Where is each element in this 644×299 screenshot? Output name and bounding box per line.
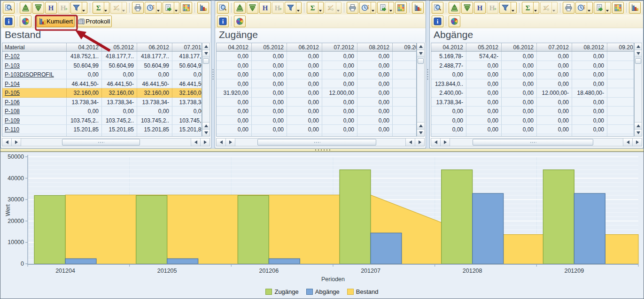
cell[interactable]: 0,00 <box>537 79 572 88</box>
column-header[interactable]: 06.2012 <box>287 43 322 51</box>
cell[interactable]: 103.745,2.. <box>137 116 172 125</box>
cell[interactable]: 0,00 <box>357 125 393 134</box>
cell[interactable]: 0,00 <box>67 107 102 115</box>
cell[interactable]: 0,00 <box>217 52 252 61</box>
cell[interactable]: 0,00 <box>537 52 572 61</box>
layout-button[interactable] <box>612 2 624 14</box>
cell[interactable]: 50.604,99 <box>137 61 172 70</box>
vertical-scroll-track[interactable] <box>635 65 642 122</box>
cell[interactable]: 0,00 <box>287 98 322 107</box>
cell[interactable]: 418.177,7.. <box>137 52 172 61</box>
vertical-scrollbar[interactable] <box>417 43 425 137</box>
scroll-down-button[interactable] <box>417 50 424 57</box>
sum-dropdown-arrow-icon[interactable] <box>318 2 322 13</box>
views-button[interactable] <box>145 2 162 14</box>
cell[interactable]: 50.604,99 <box>172 61 202 70</box>
cell[interactable] <box>607 116 634 125</box>
cell[interactable]: 50.604,99 <box>67 61 102 70</box>
cell[interactable]: 0,00 <box>102 107 137 115</box>
details-button[interactable] <box>217 2 229 14</box>
sort-ascending-button[interactable] <box>20 2 31 14</box>
views-dropdown-arrow-icon[interactable] <box>156 2 160 13</box>
cell[interactable]: 46.441,50 <box>172 79 202 88</box>
find-button[interactable]: H <box>474 2 486 14</box>
sort-descending-button[interactable] <box>461 2 473 14</box>
scroll-left-button[interactable] <box>2 138 12 146</box>
sort-descending-button[interactable] <box>247 2 258 14</box>
material-link[interactable]: P-108 <box>2 107 67 115</box>
cell[interactable]: 0,00 <box>502 88 537 97</box>
cell[interactable] <box>393 125 416 134</box>
cell[interactable]: 0,00 <box>322 107 357 115</box>
find-next-button[interactable]: H <box>58 2 70 14</box>
cell[interactable]: 0,00 <box>466 125 502 134</box>
filter-button[interactable] <box>499 2 517 14</box>
sort-ascending-button[interactable] <box>449 2 460 14</box>
cell[interactable]: 0,00 <box>572 125 607 134</box>
cell[interactable]: 0,00 <box>322 98 357 107</box>
export-button[interactable] <box>163 2 179 14</box>
cell[interactable]: 0,00 <box>466 107 502 115</box>
cell[interactable]: 0,00 <box>357 79 393 88</box>
graph-button[interactable] <box>629 2 641 14</box>
layout-button[interactable] <box>395 2 407 14</box>
cell[interactable]: 15.201,85 <box>137 125 172 134</box>
cell[interactable] <box>607 134 634 137</box>
graph-button[interactable] <box>197 2 209 14</box>
column-header[interactable]: 09.2012 <box>607 43 634 51</box>
cell[interactable]: 0,00 <box>217 125 252 134</box>
material-link[interactable]: P-102 <box>2 52 67 61</box>
cell[interactable]: 0,00 <box>537 107 572 115</box>
cell[interactable]: 0,00 <box>357 134 393 137</box>
cell[interactable]: 418.177,7.. <box>102 52 137 61</box>
cell[interactable]: 0,00 <box>466 61 502 70</box>
cell[interactable]: 46.441,50- <box>102 79 137 88</box>
filter-button[interactable] <box>285 2 302 14</box>
cell[interactable]: 0,00 <box>322 125 357 134</box>
subtotal-dropdown-arrow-icon[interactable] <box>551 2 556 13</box>
vertical-scroll-thumb[interactable] <box>418 58 424 64</box>
cell[interactable]: 0,00 <box>252 125 287 134</box>
cell[interactable]: 50.604,99 <box>102 61 137 70</box>
scroll-left-button[interactable] <box>405 138 415 146</box>
subtotal-button[interactable]: Σ <box>110 2 127 14</box>
cell[interactable]: 12.000,00- <box>537 88 572 97</box>
cell[interactable]: 15.201,85 <box>102 125 137 134</box>
cell[interactable] <box>607 98 634 107</box>
cell[interactable]: 0,00 <box>502 98 537 107</box>
layout-button[interactable] <box>180 2 192 14</box>
cell[interactable]: 0,00 <box>572 134 607 137</box>
cell[interactable]: 31.920,00 <box>217 88 252 97</box>
cell[interactable]: 0,00 <box>287 70 322 79</box>
cell[interactable]: 0,00 <box>217 98 252 107</box>
cell[interactable]: 0,00 <box>102 70 137 79</box>
column-header[interactable]: Material <box>2 43 67 51</box>
cell[interactable]: 103.745,2.. <box>102 116 137 125</box>
cell[interactable]: 0,00 <box>137 107 172 115</box>
horizontal-splitter[interactable] <box>0 148 644 152</box>
column-header[interactable]: 06.2012 <box>137 43 172 51</box>
cell[interactable] <box>393 52 416 61</box>
cell[interactable]: 0,00 <box>137 134 172 137</box>
scroll-up-button[interactable] <box>202 43 209 50</box>
cell[interactable] <box>607 79 634 88</box>
horizontal-scrollbar[interactable] <box>216 138 425 146</box>
cell[interactable]: 13.738,34 <box>172 98 202 107</box>
cell[interactable]: 103.745,2.. <box>67 116 102 125</box>
column-header[interactable]: 04.2012 <box>217 43 252 51</box>
cell[interactable] <box>607 70 634 79</box>
cell[interactable]: 0,00 <box>502 125 537 134</box>
scroll-right-button[interactable] <box>12 138 21 146</box>
cell[interactable]: 0,00 <box>287 52 322 61</box>
cell[interactable]: 0,00 <box>502 70 537 79</box>
color-wheel-button[interactable] <box>449 15 460 27</box>
cell[interactable]: 0,00 <box>172 70 202 79</box>
column-header[interactable]: 06.2012 <box>502 43 537 51</box>
cell[interactable]: 0,00 <box>431 116 466 125</box>
horizontal-scroll-track[interactable] <box>235 138 405 146</box>
cell[interactable]: 0,00 <box>172 134 202 137</box>
scroll-left-button[interactable] <box>191 138 200 146</box>
sum-button[interactable]: Σ <box>93 2 109 14</box>
horizontal-scrollbar[interactable] <box>431 138 642 146</box>
cell[interactable]: 15.201,85 <box>67 125 102 134</box>
